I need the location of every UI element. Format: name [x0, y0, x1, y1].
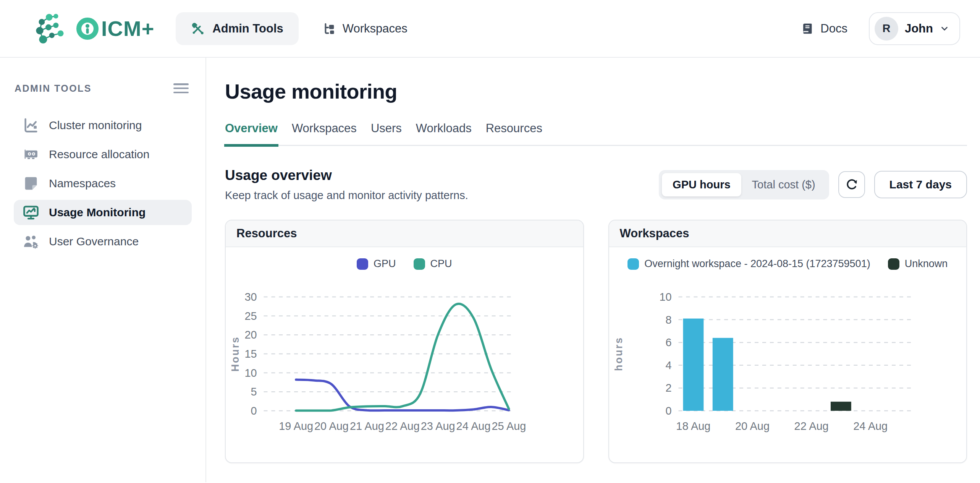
legend-swatch: [888, 258, 899, 270]
nav-admin-tools-label: Admin Tools: [212, 22, 283, 36]
tab-overview[interactable]: Overview: [225, 122, 278, 145]
x-tick-label: 19 Aug: [279, 420, 313, 432]
workspaces-card-title: Workspaces: [609, 220, 967, 247]
sidebar-item-cluster-monitoring[interactable]: Cluster monitoring: [14, 113, 192, 138]
tree-icon: [322, 22, 336, 36]
resources-card-title: Resources: [226, 220, 583, 247]
resources-card: Resources GPUCPU 051015202530Hours19 Aug…: [225, 220, 584, 463]
resources-line-chart[interactable]: 051015202530Hours19 Aug20 Aug21 Aug22 Au…: [226, 271, 583, 451]
x-tick-label: 24 Aug: [853, 420, 888, 432]
date-range-label: Last 7 days: [889, 178, 952, 191]
x-tick-label: 21 Aug: [350, 420, 384, 432]
y-tick-label: 2: [665, 382, 671, 394]
section-title: Usage overview: [225, 167, 468, 183]
legend-item[interactable]: CPU: [414, 258, 452, 270]
tab-workloads[interactable]: Workloads: [416, 122, 472, 145]
x-tick-label: 22 Aug: [385, 420, 420, 432]
resources-card-body: GPUCPU 051015202530Hours19 Aug20 Aug21 A…: [226, 258, 583, 451]
legend-label: CPU: [430, 258, 452, 270]
line-series-cpu: [296, 304, 509, 411]
chart-controls: GPU hoursTotal cost ($) Last 7 days: [659, 170, 967, 199]
y-tick-label: 0: [665, 405, 671, 417]
refresh-button[interactable]: [838, 171, 865, 198]
page-title: Usage monitoring: [225, 79, 967, 103]
y-tick-label: 8: [665, 314, 671, 326]
workspaces-card: Workspaces Overnight workspace - 2024-08…: [608, 220, 967, 463]
nav-workspaces-label: Workspaces: [343, 22, 408, 36]
y-tick-label: 4: [665, 359, 671, 371]
tab-users[interactable]: Users: [371, 122, 402, 145]
bar-18-aug[interactable]: [683, 319, 703, 411]
brand-wordmark: ICM+: [76, 18, 154, 40]
chart-cards: Resources GPUCPU 051015202530Hours19 Aug…: [225, 220, 967, 463]
collapse-sidebar-icon[interactable]: [173, 82, 189, 94]
y-tick-label: 30: [245, 291, 257, 303]
shell: ADMIN TOOLS Cluster monitoringResource a…: [0, 58, 980, 482]
tab-bar: OverviewWorkspacesUsersWorkloadsResource…: [225, 122, 967, 146]
section-titles: Usage overview Keep track of usage and m…: [225, 167, 468, 202]
sidebar-item-label: Usage Monitoring: [49, 206, 146, 219]
date-range-button[interactable]: Last 7 days: [874, 171, 967, 198]
y-axis-title: Hours: [230, 336, 241, 372]
main-content: Usage monitoring OverviewWorkspacesUsers…: [206, 58, 980, 482]
sidebar-title: ADMIN TOOLS: [15, 83, 92, 94]
x-tick-label: 23 Aug: [421, 420, 455, 432]
x-tick-label: 20 Aug: [314, 420, 349, 432]
chevron-down-icon: [940, 24, 949, 34]
y-tick-label: 10: [659, 291, 671, 303]
y-axis-title: hours: [613, 337, 624, 371]
gpu-card-icon: [22, 146, 40, 163]
workspaces-bar-chart[interactable]: 0246810hours18 Aug20 Aug22 Aug24 Aug: [609, 271, 967, 451]
y-tick-label: 15: [245, 348, 257, 360]
legend-swatch: [357, 258, 368, 270]
legend-item[interactable]: Unknown: [888, 258, 948, 270]
sidebar-item-resource-allocation[interactable]: Resource allocation: [14, 142, 192, 167]
bar-19-aug[interactable]: [712, 338, 733, 411]
x-tick-label: 24 Aug: [456, 420, 491, 432]
app: ICM+ Admin Tools: [0, 0, 980, 483]
top-bar: ICM+ Admin Tools: [0, 0, 980, 58]
workspaces-legend: Overnight workspace - 2024-08-15 (172375…: [609, 258, 967, 270]
sidebar-item-label: Resource allocation: [49, 148, 149, 161]
legend-item[interactable]: GPU: [357, 258, 396, 270]
logo-pin-icon: [86, 24, 89, 28]
sidebar-header: ADMIN TOOLS: [14, 82, 192, 94]
logo-o: [76, 18, 99, 40]
legend-item[interactable]: Overnight workspace - 2024-08-15 (172375…: [627, 258, 870, 270]
x-tick-label: 20 Aug: [735, 420, 769, 432]
sidebar-item-usage-monitoring[interactable]: Usage Monitoring: [14, 200, 192, 225]
sidebar-item-label: Namespaces: [49, 177, 116, 190]
section-subtitle: Keep track of usage and monitor activity…: [225, 189, 468, 202]
tools-icon: [191, 22, 205, 36]
sidebar-item-label: User Governance: [49, 235, 139, 248]
legend-label: Overnight workspace - 2024-08-15 (172375…: [644, 258, 870, 270]
molecule-logo-icon: [32, 12, 70, 45]
tab-workspaces[interactable]: Workspaces: [292, 122, 357, 145]
legend-label: GPU: [374, 258, 396, 270]
user-menu[interactable]: R John: [869, 12, 960, 45]
metric-toggle: GPU hoursTotal cost ($): [659, 170, 829, 199]
y-tick-label: 10: [245, 367, 257, 379]
sidebar-item-namespaces[interactable]: Namespaces: [14, 171, 192, 196]
resources-legend: GPUCPU: [226, 258, 583, 270]
tab-resources[interactable]: Resources: [486, 122, 542, 145]
bar-23-aug[interactable]: [830, 402, 851, 411]
users-gear-icon: [22, 233, 40, 250]
workspaces-card-body: Overnight workspace - 2024-08-15 (172375…: [609, 258, 967, 451]
toggle-option-total-cost-[interactable]: Total cost ($): [741, 173, 826, 196]
x-tick-label: 22 Aug: [794, 420, 828, 432]
x-tick-label: 25 Aug: [492, 420, 526, 432]
y-tick-label: 0: [251, 405, 257, 417]
y-tick-label: 25: [245, 310, 257, 322]
brand-logo[interactable]: ICM+: [32, 12, 154, 45]
brand-wordmark-text: ICM+: [101, 18, 154, 39]
sidebar: ADMIN TOOLS Cluster monitoringResource a…: [0, 58, 206, 482]
note-icon: [22, 175, 40, 192]
toggle-option-gpu-hours[interactable]: GPU hours: [662, 173, 741, 196]
book-icon: [801, 22, 814, 35]
sidebar-item-user-governance[interactable]: User Governance: [14, 229, 192, 254]
docs-link[interactable]: Docs: [801, 22, 847, 36]
nav-workspaces[interactable]: Workspaces: [322, 22, 408, 36]
nav-admin-tools[interactable]: Admin Tools: [176, 12, 298, 45]
monitor-chart-icon: [22, 204, 40, 221]
